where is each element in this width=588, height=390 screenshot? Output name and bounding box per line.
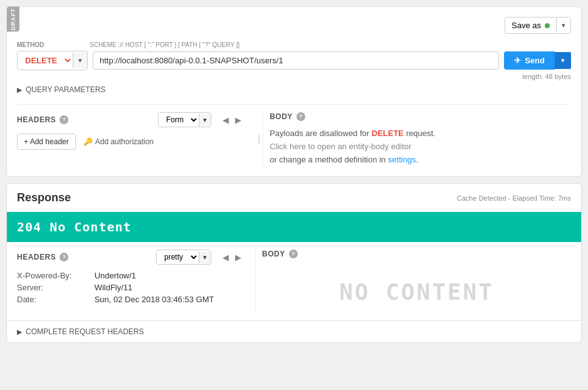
send-label: Send (525, 56, 545, 65)
headers-info-icon[interactable]: ? (60, 115, 68, 124)
complete-headers-arrow: ▶ (17, 328, 22, 336)
entity-body-link[interactable]: Click here to open an entity-body editor (270, 142, 411, 151)
cache-info: Cache Detected - Elapsed Time: 7ms (457, 194, 571, 202)
save-as-label: Save as (512, 21, 541, 30)
headers-title: HEADERS (17, 115, 56, 124)
add-header-button[interactable]: + Add header (17, 134, 76, 150)
period: . (416, 155, 419, 164)
url-input[interactable] (93, 51, 499, 70)
pretty-select[interactable]: pretty raw (157, 250, 199, 264)
length-text: length: 48 bytes (17, 73, 571, 80)
complete-headers-label: COMPLETE REQUEST HEADERS (26, 327, 144, 336)
draft-badge: DRAFT (7, 7, 19, 32)
url-labels: METHOD SCHEME :// HOST [ ":" PORT ] [ PA… (17, 41, 571, 50)
pretty-select-group: pretty raw ▾ (156, 250, 211, 265)
body-pane-header: BODY ? (270, 112, 571, 121)
send-button[interactable]: ✈ Send (504, 51, 555, 70)
body-title: BODY (270, 112, 293, 121)
main-container: DRAFT Save as ▾ METHOD SCHEME :// HOST [… (0, 0, 588, 349)
section-separator: | (255, 112, 263, 166)
query-params-label: QUERY PARAMETERS (26, 85, 105, 94)
header-value-x-powered-by: Undertow/1 (95, 271, 136, 280)
separator-line: | (258, 134, 260, 145)
header-key-x-powered-by: X-Powered-By: (17, 271, 92, 280)
response-title: Response (17, 191, 71, 204)
complete-headers-row[interactable]: ▶ COMPLETE REQUEST HEADERS (7, 320, 581, 342)
headers-nav-right[interactable]: ▶ (233, 114, 244, 126)
header-value-date: Sun, 02 Dec 2018 03:46:53 GMT (95, 295, 214, 304)
auth-icon: 🔑 (83, 137, 93, 146)
response-headers-nav-left[interactable]: ◀ (220, 251, 231, 263)
response-headers-pane: HEADERS ? pretty raw ▾ ◀ ▶ (17, 250, 255, 312)
form-select[interactable]: Form Raw (159, 113, 199, 127)
response-body-section: HEADERS ? pretty raw ▾ ◀ ▶ (7, 242, 581, 320)
headers-pane-header: HEADERS ? Form Raw ▾ ◀ ▶ (17, 112, 249, 127)
response-body-label: BODY (262, 250, 285, 258)
method-label: METHOD (17, 41, 85, 48)
settings-link[interactable]: settings (388, 155, 416, 164)
headers-actions: + Add header 🔑 Add authorization (17, 134, 249, 150)
add-auth-button[interactable]: 🔑 Add authorization (83, 137, 154, 146)
save-as-dropdown-button[interactable]: ▾ (556, 18, 570, 33)
save-as-main-button[interactable]: Save as (505, 18, 556, 33)
response-header-items: X-Powered-By: Undertow/1 Server: WildFly… (17, 271, 249, 304)
body-message: Payloads are disallowed for DELETE reque… (270, 127, 571, 166)
header-item-server: Server: WildFly/11 (17, 283, 249, 292)
response-headers-info-icon[interactable]: ? (60, 253, 68, 261)
header-item-date: Date: Sun, 02 Dec 2018 03:46:53 GMT (17, 295, 249, 304)
send-button-group: ✈ Send ▾ (504, 51, 571, 70)
save-as-status-dot (545, 23, 550, 28)
body-info-icon[interactable]: ? (297, 112, 305, 121)
headers-nav-left[interactable]: ◀ (220, 114, 231, 126)
form-arrow-icon: ▾ (199, 114, 211, 126)
headers-nav-arrows: ◀ ▶ (220, 114, 244, 126)
delete-link[interactable]: DELETE (372, 129, 404, 138)
header-value-server: WildFly/11 (95, 283, 133, 292)
response-headers-pane-header: HEADERS ? pretty raw ▾ ◀ ▶ (17, 250, 249, 265)
response-headers-nav-arrows: ◀ ▶ (220, 251, 244, 263)
query-params-row[interactable]: ▶ QUERY PARAMETERS (17, 85, 571, 94)
send-icon: ✈ (514, 56, 521, 65)
response-body-info-icon[interactable]: ? (289, 250, 298, 258)
form-select-group: Form Raw ▾ (158, 112, 211, 127)
save-as-button-group: Save as ▾ (505, 17, 571, 34)
response-body-header-inline: BODY? (262, 250, 298, 258)
response-panel: Response Cache Detected - Elapsed Time: … (6, 183, 582, 343)
body-pane: BODY ? Payloads are disallowed for DELET… (263, 112, 571, 166)
method-select-group: DELETE GET POST PUT PATCH ▾ (17, 51, 88, 70)
or-text: or change a method definition in (270, 155, 388, 164)
url-row: DELETE GET POST PUT PATCH ▾ ✈ Send ▾ (17, 51, 571, 70)
response-header: Response Cache Detected - Elapsed Time: … (7, 184, 581, 212)
send-dropdown-button[interactable]: ▾ (555, 52, 571, 69)
query-params-arrow: ▶ (17, 86, 22, 94)
headers-pane: HEADERS ? Form Raw ▾ ◀ ▶ + A (17, 112, 255, 166)
body-message-part1: Payloads are disallowed for (270, 129, 372, 138)
response-headers-nav-right[interactable]: ▶ (233, 251, 244, 263)
header-key-date: Date: (17, 295, 92, 304)
header-item-x-powered-by: X-Powered-By: Undertow/1 (17, 271, 249, 280)
header-key-server: Server: (17, 283, 92, 292)
body-message-part2: request. (404, 129, 436, 138)
add-auth-label: Add authorization (95, 137, 154, 146)
headers-body-section: HEADERS ? Form Raw ▾ ◀ ▶ + A (17, 104, 571, 166)
no-content-text: NO CONTENT (262, 271, 571, 312)
scheme-label: SCHEME :// HOST [ ":" PORT ] [ PATH [ "?… (90, 41, 571, 48)
save-as-row: Save as ▾ (17, 17, 571, 34)
response-headers-title: HEADERS (17, 253, 56, 261)
response-body-pane: BODY? NO CONTENT (255, 250, 571, 312)
method-dropdown-icon: ▾ (73, 53, 87, 68)
method-select[interactable]: DELETE GET POST PUT PATCH (18, 51, 73, 70)
status-bar: 204 No Content (7, 212, 581, 242)
pretty-arrow-icon: ▾ (199, 251, 211, 263)
status-code: 204 No Content (17, 219, 132, 235)
request-panel: DRAFT Save as ▾ METHOD SCHEME :// HOST [… (6, 6, 582, 177)
